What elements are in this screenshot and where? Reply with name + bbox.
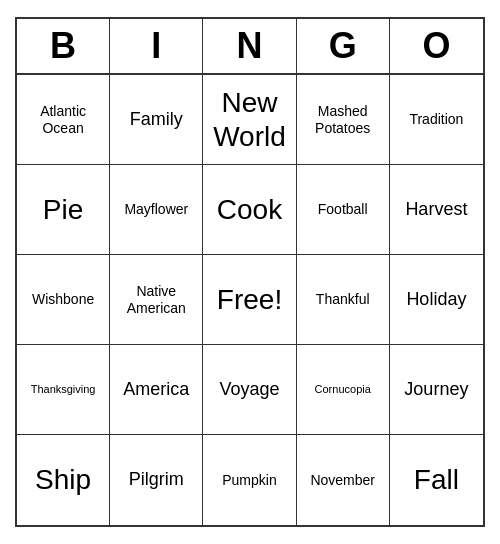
cell-r2-c2: Free! <box>203 255 296 345</box>
header-letter: N <box>203 19 296 73</box>
cell-label: Free! <box>217 283 282 317</box>
cell-label: Mayflower <box>124 201 188 218</box>
cell-label: Family <box>130 109 183 131</box>
cell-label: Cornucopia <box>315 383 371 396</box>
cell-label: Wishbone <box>32 291 94 308</box>
cell-r4-c3: November <box>297 435 390 525</box>
cell-r3-c4: Journey <box>390 345 483 435</box>
cell-r1-c3: Football <box>297 165 390 255</box>
cell-r0-c0: Atlantic Ocean <box>17 75 110 165</box>
cell-r4-c0: Ship <box>17 435 110 525</box>
cell-r2-c3: Thankful <box>297 255 390 345</box>
cell-label: Thanksgiving <box>31 383 96 396</box>
cell-label: Voyage <box>219 379 279 401</box>
cell-label: Tradition <box>409 111 463 128</box>
bingo-grid: Atlantic OceanFamilyNew WorldMashed Pota… <box>17 75 483 525</box>
cell-label: New World <box>207 86 291 153</box>
cell-r4-c4: Fall <box>390 435 483 525</box>
cell-label: Football <box>318 201 368 218</box>
cell-label: Harvest <box>405 199 467 221</box>
cell-r0-c3: Mashed Potatoes <box>297 75 390 165</box>
cell-label: November <box>310 472 375 489</box>
cell-r1-c2: Cook <box>203 165 296 255</box>
header-letter: G <box>297 19 390 73</box>
cell-label: Cook <box>217 193 282 227</box>
cell-r2-c1: Native American <box>110 255 203 345</box>
header-letter: O <box>390 19 483 73</box>
cell-r3-c1: America <box>110 345 203 435</box>
bingo-card: BINGO Atlantic OceanFamilyNew WorldMashe… <box>15 17 485 527</box>
cell-label: Native American <box>114 283 198 317</box>
cell-r1-c0: Pie <box>17 165 110 255</box>
header-letter: I <box>110 19 203 73</box>
cell-r0-c2: New World <box>203 75 296 165</box>
cell-r3-c2: Voyage <box>203 345 296 435</box>
cell-r0-c1: Family <box>110 75 203 165</box>
cell-label: Ship <box>35 463 91 497</box>
cell-r2-c4: Holiday <box>390 255 483 345</box>
cell-r3-c0: Thanksgiving <box>17 345 110 435</box>
cell-label: Thankful <box>316 291 370 308</box>
cell-label: America <box>123 379 189 401</box>
cell-r0-c4: Tradition <box>390 75 483 165</box>
cell-label: Fall <box>414 463 459 497</box>
cell-label: Atlantic Ocean <box>21 103 105 137</box>
cell-label: Holiday <box>406 289 466 311</box>
cell-r4-c1: Pilgrim <box>110 435 203 525</box>
cell-label: Mashed Potatoes <box>301 103 385 137</box>
cell-label: Pumpkin <box>222 472 276 489</box>
cell-label: Pilgrim <box>129 469 184 491</box>
cell-label: Pie <box>43 193 83 227</box>
bingo-header: BINGO <box>17 19 483 75</box>
cell-r1-c4: Harvest <box>390 165 483 255</box>
cell-r3-c3: Cornucopia <box>297 345 390 435</box>
cell-label: Journey <box>404 379 468 401</box>
cell-r4-c2: Pumpkin <box>203 435 296 525</box>
cell-r2-c0: Wishbone <box>17 255 110 345</box>
header-letter: B <box>17 19 110 73</box>
cell-r1-c1: Mayflower <box>110 165 203 255</box>
